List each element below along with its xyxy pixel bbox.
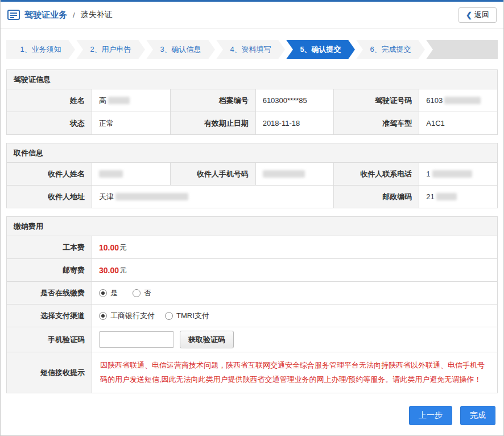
- step-navigation: 1、业务须知 2、用户申告 3、确认信息 4、资料填写 5、确认提交 6、完成提…: [6, 40, 498, 59]
- pickup-info-section: 取件信息 收件人姓名 收件人手机号码 收件人联系电话 1 收件人地址 天津 邮政…: [6, 143, 498, 208]
- status-value: 正常: [92, 112, 171, 135]
- radio-option-yes[interactable]: 是: [99, 288, 118, 298]
- radio-yes-icon[interactable]: [99, 289, 107, 297]
- recipient-phone-label: 收件人联系电话: [334, 163, 419, 186]
- sms-notice-cell: 因陕西省联通、电信运营商技术问题，陕西省互联网交通安全综合服务管理平台无法向持陕…: [92, 352, 498, 393]
- back-button[interactable]: ❮ 返回: [458, 7, 497, 23]
- radio-tmri-icon[interactable]: [165, 312, 173, 320]
- previous-step-button[interactable]: 上一步: [409, 406, 452, 425]
- radio-icbc-label: 工商银行支付: [110, 311, 155, 321]
- radio-tmri-label: TMRI支付: [176, 311, 209, 321]
- redacted-address: [115, 193, 188, 200]
- recipient-mobile-value: [256, 163, 334, 186]
- radio-option-tmri[interactable]: TMRI支付: [165, 311, 209, 321]
- sms-code-label: 手机验证码: [7, 327, 92, 352]
- recipient-name-label: 收件人姓名: [7, 163, 92, 186]
- step-tab-5-active[interactable]: 5、确认提交: [286, 40, 355, 59]
- vehicle-type-value: A1C1: [419, 112, 498, 135]
- pickup-section-title: 取件信息: [6, 143, 498, 163]
- pickup-info-table: 收件人姓名 收件人手机号码 收件人联系电话 1 收件人地址 天津 邮政编码 21: [6, 163, 498, 208]
- radio-icbc-icon[interactable]: [99, 312, 107, 320]
- online-pay-label: 是否在线缴费: [7, 282, 92, 305]
- page-title: 驾驶证业务: [24, 10, 67, 20]
- address-label: 收件人地址: [7, 186, 92, 208]
- radio-yes-label: 是: [110, 288, 118, 298]
- radio-option-icbc[interactable]: 工商银行支付: [99, 311, 155, 321]
- expiry-label: 有效期止日期: [171, 112, 256, 135]
- radio-option-no[interactable]: 否: [133, 288, 151, 298]
- recipient-mobile-label: 收件人手机号码: [171, 163, 256, 186]
- redacted-name: [108, 97, 130, 104]
- license-info-section: 驾驶证信息 姓名 高 档案编号 610300****85 驾驶证号码 6103 …: [6, 69, 498, 135]
- step-bar-filler: [426, 40, 498, 59]
- file-no-value: 610300****85: [256, 89, 334, 112]
- postage-fee-label: 邮寄费: [7, 259, 92, 282]
- step-tab-4[interactable]: 4、资料填写: [216, 40, 285, 59]
- header-left: 驾驶证业务 / 遗失补证: [7, 9, 113, 20]
- back-chevron-icon: ❮: [466, 11, 472, 19]
- radio-no-label: 否: [144, 288, 151, 298]
- pay-channel-options: 工商银行支付 TMRI支付: [92, 305, 498, 327]
- online-pay-options: 是 否: [92, 282, 498, 305]
- license-no-label: 驾驶证号码: [334, 89, 419, 112]
- radio-no-icon[interactable]: [133, 289, 141, 297]
- sms-code-input[interactable]: [99, 331, 174, 348]
- license-info-table: 姓名 高 档案编号 610300****85 驾驶证号码 6103 状态 正常 …: [6, 89, 498, 135]
- redacted-postcode: [436, 193, 457, 200]
- expiry-value: 2018-11-18: [256, 112, 334, 135]
- step-tab-2[interactable]: 2、用户申告: [76, 40, 145, 59]
- status-label: 状态: [7, 112, 92, 135]
- name-label: 姓名: [7, 89, 92, 112]
- file-no-label: 档案编号: [171, 89, 256, 112]
- fees-section-title: 缴纳费用: [6, 216, 498, 236]
- page: 驾驶证业务 / 遗失补证 ❮ 返回 1、业务须知 2、用户申告 3、确认信息 4…: [0, 0, 504, 436]
- name-value: 高: [92, 89, 171, 112]
- sms-notice-label: 短信接收提示: [7, 352, 92, 393]
- redacted-recipient-mobile: [263, 170, 305, 178]
- cost-fee-label: 工本费: [7, 236, 92, 259]
- breadcrumb-separator: /: [73, 11, 75, 19]
- step-tab-3[interactable]: 3、确认信息: [146, 40, 215, 59]
- recipient-phone-value: 1: [419, 163, 498, 186]
- sms-notice-text: 因陕西省联通、电信运营商技术问题，陕西省互联网交通安全综合服务管理平台无法向持陕…: [100, 359, 489, 386]
- fees-table: 工本费 10.00元 邮寄费 30.00元 是否在线缴费 是 否: [6, 236, 498, 393]
- postcode-value: 21: [419, 186, 498, 208]
- header: 驾驶证业务 / 遗失补证 ❮ 返回: [1, 2, 503, 28]
- fees-section: 缴纳费用 工本费 10.00元 邮寄费 30.00元 是否在线缴费 是: [6, 216, 498, 393]
- address-value: 天津: [92, 186, 334, 208]
- step-tab-1[interactable]: 1、业务须知: [6, 40, 75, 59]
- sms-code-row: 获取验证码: [92, 327, 498, 352]
- back-button-label: 返回: [474, 10, 489, 20]
- breadcrumb-current: 遗失补证: [81, 10, 113, 20]
- license-card-icon: [7, 9, 20, 20]
- cost-fee-value: 10.00元: [92, 236, 498, 259]
- finish-button[interactable]: 完成: [460, 406, 495, 425]
- recipient-name-value: [92, 163, 171, 186]
- license-no-value: 6103: [419, 89, 498, 112]
- step-tab-6[interactable]: 6、完成提交: [356, 40, 425, 59]
- pay-channel-label: 选择支付渠道: [7, 305, 92, 327]
- redacted-license-no: [444, 97, 481, 104]
- get-code-button[interactable]: 获取验证码: [180, 331, 234, 348]
- postcode-label: 邮政编码: [334, 186, 419, 208]
- license-section-title: 驾驶证信息: [6, 69, 498, 89]
- redacted-recipient-phone: [432, 170, 472, 178]
- footer-actions: 上一步 完成: [1, 406, 495, 425]
- redacted-recipient-name: [99, 170, 123, 178]
- postage-fee-value: 30.00元: [92, 259, 498, 282]
- vehicle-type-label: 准驾车型: [334, 112, 419, 135]
